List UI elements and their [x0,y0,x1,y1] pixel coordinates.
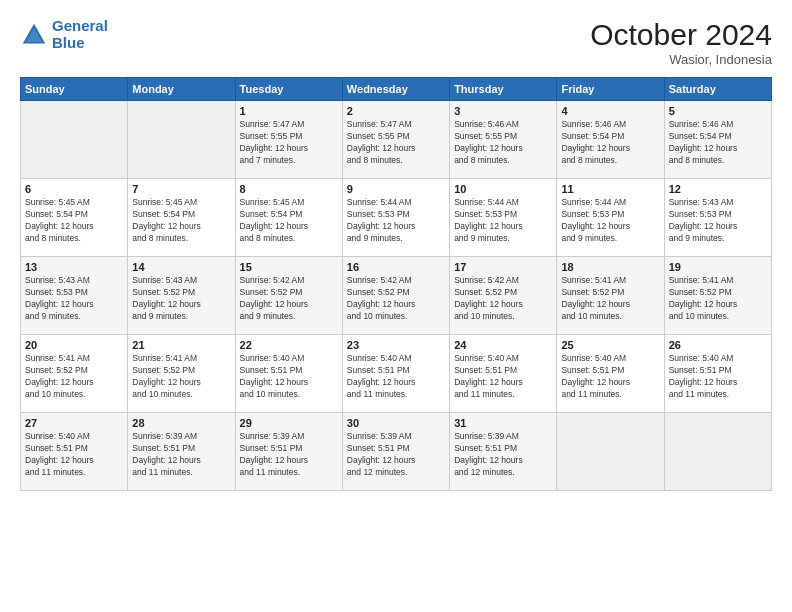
cell-info: Sunrise: 5:45 AM Sunset: 5:54 PM Dayligh… [25,197,123,245]
day-number: 23 [347,339,445,351]
calendar-cell: 3Sunrise: 5:46 AM Sunset: 5:55 PM Daylig… [450,101,557,179]
calendar-cell: 5Sunrise: 5:46 AM Sunset: 5:54 PM Daylig… [664,101,771,179]
calendar-cell [557,413,664,491]
cell-info: Sunrise: 5:43 AM Sunset: 5:53 PM Dayligh… [25,275,123,323]
calendar-cell: 27Sunrise: 5:40 AM Sunset: 5:51 PM Dayli… [21,413,128,491]
header: General Blue October 2024 Wasior, Indone… [20,18,772,67]
day-number: 25 [561,339,659,351]
calendar-cell: 31Sunrise: 5:39 AM Sunset: 5:51 PM Dayli… [450,413,557,491]
calendar-table: SundayMondayTuesdayWednesdayThursdayFrid… [20,77,772,491]
week-row-4: 20Sunrise: 5:41 AM Sunset: 5:52 PM Dayli… [21,335,772,413]
cell-info: Sunrise: 5:46 AM Sunset: 5:54 PM Dayligh… [669,119,767,167]
day-number: 30 [347,417,445,429]
cell-info: Sunrise: 5:42 AM Sunset: 5:52 PM Dayligh… [347,275,445,323]
day-number: 2 [347,105,445,117]
month-title: October 2024 [590,18,772,52]
calendar-cell: 21Sunrise: 5:41 AM Sunset: 5:52 PM Dayli… [128,335,235,413]
day-number: 11 [561,183,659,195]
calendar-cell: 25Sunrise: 5:40 AM Sunset: 5:51 PM Dayli… [557,335,664,413]
cell-info: Sunrise: 5:40 AM Sunset: 5:51 PM Dayligh… [669,353,767,401]
logo-icon [20,21,48,49]
calendar-cell: 13Sunrise: 5:43 AM Sunset: 5:53 PM Dayli… [21,257,128,335]
calendar-cell: 8Sunrise: 5:45 AM Sunset: 5:54 PM Daylig… [235,179,342,257]
calendar-cell: 20Sunrise: 5:41 AM Sunset: 5:52 PM Dayli… [21,335,128,413]
day-number: 13 [25,261,123,273]
header-row: SundayMondayTuesdayWednesdayThursdayFrid… [21,78,772,101]
calendar-cell: 19Sunrise: 5:41 AM Sunset: 5:52 PM Dayli… [664,257,771,335]
day-number: 10 [454,183,552,195]
page: General Blue October 2024 Wasior, Indone… [0,0,792,612]
location: Wasior, Indonesia [590,52,772,67]
day-header-wednesday: Wednesday [342,78,449,101]
cell-info: Sunrise: 5:47 AM Sunset: 5:55 PM Dayligh… [240,119,338,167]
cell-info: Sunrise: 5:46 AM Sunset: 5:54 PM Dayligh… [561,119,659,167]
calendar-cell: 9Sunrise: 5:44 AM Sunset: 5:53 PM Daylig… [342,179,449,257]
cell-info: Sunrise: 5:41 AM Sunset: 5:52 PM Dayligh… [132,353,230,401]
day-number: 27 [25,417,123,429]
logo-text: General Blue [52,18,108,51]
day-number: 18 [561,261,659,273]
title-block: October 2024 Wasior, Indonesia [590,18,772,67]
week-row-3: 13Sunrise: 5:43 AM Sunset: 5:53 PM Dayli… [21,257,772,335]
calendar-cell: 18Sunrise: 5:41 AM Sunset: 5:52 PM Dayli… [557,257,664,335]
day-header-monday: Monday [128,78,235,101]
cell-info: Sunrise: 5:45 AM Sunset: 5:54 PM Dayligh… [240,197,338,245]
calendar-cell: 17Sunrise: 5:42 AM Sunset: 5:52 PM Dayli… [450,257,557,335]
cell-info: Sunrise: 5:39 AM Sunset: 5:51 PM Dayligh… [347,431,445,479]
day-header-sunday: Sunday [21,78,128,101]
day-number: 8 [240,183,338,195]
calendar-cell: 11Sunrise: 5:44 AM Sunset: 5:53 PM Dayli… [557,179,664,257]
day-number: 24 [454,339,552,351]
calendar-cell: 2Sunrise: 5:47 AM Sunset: 5:55 PM Daylig… [342,101,449,179]
day-number: 9 [347,183,445,195]
cell-info: Sunrise: 5:39 AM Sunset: 5:51 PM Dayligh… [132,431,230,479]
day-number: 20 [25,339,123,351]
day-number: 26 [669,339,767,351]
day-number: 15 [240,261,338,273]
cell-info: Sunrise: 5:47 AM Sunset: 5:55 PM Dayligh… [347,119,445,167]
day-number: 12 [669,183,767,195]
cell-info: Sunrise: 5:40 AM Sunset: 5:51 PM Dayligh… [240,353,338,401]
cell-info: Sunrise: 5:44 AM Sunset: 5:53 PM Dayligh… [561,197,659,245]
cell-info: Sunrise: 5:40 AM Sunset: 5:51 PM Dayligh… [25,431,123,479]
cell-info: Sunrise: 5:46 AM Sunset: 5:55 PM Dayligh… [454,119,552,167]
day-header-tuesday: Tuesday [235,78,342,101]
day-header-saturday: Saturday [664,78,771,101]
calendar-cell: 29Sunrise: 5:39 AM Sunset: 5:51 PM Dayli… [235,413,342,491]
cell-info: Sunrise: 5:40 AM Sunset: 5:51 PM Dayligh… [347,353,445,401]
calendar-cell: 15Sunrise: 5:42 AM Sunset: 5:52 PM Dayli… [235,257,342,335]
day-number: 7 [132,183,230,195]
day-number: 14 [132,261,230,273]
cell-info: Sunrise: 5:39 AM Sunset: 5:51 PM Dayligh… [240,431,338,479]
calendar-cell: 4Sunrise: 5:46 AM Sunset: 5:54 PM Daylig… [557,101,664,179]
cell-info: Sunrise: 5:39 AM Sunset: 5:51 PM Dayligh… [454,431,552,479]
calendar-cell: 7Sunrise: 5:45 AM Sunset: 5:54 PM Daylig… [128,179,235,257]
cell-info: Sunrise: 5:45 AM Sunset: 5:54 PM Dayligh… [132,197,230,245]
day-number: 21 [132,339,230,351]
day-number: 3 [454,105,552,117]
calendar-cell [664,413,771,491]
day-number: 6 [25,183,123,195]
cell-info: Sunrise: 5:41 AM Sunset: 5:52 PM Dayligh… [25,353,123,401]
calendar-cell: 28Sunrise: 5:39 AM Sunset: 5:51 PM Dayli… [128,413,235,491]
cell-info: Sunrise: 5:44 AM Sunset: 5:53 PM Dayligh… [347,197,445,245]
logo: General Blue [20,18,108,51]
cell-info: Sunrise: 5:43 AM Sunset: 5:52 PM Dayligh… [132,275,230,323]
cell-info: Sunrise: 5:42 AM Sunset: 5:52 PM Dayligh… [454,275,552,323]
day-number: 29 [240,417,338,429]
week-row-1: 1Sunrise: 5:47 AM Sunset: 5:55 PM Daylig… [21,101,772,179]
cell-info: Sunrise: 5:40 AM Sunset: 5:51 PM Dayligh… [561,353,659,401]
logo-line1: General [52,17,108,34]
day-number: 31 [454,417,552,429]
calendar-cell [128,101,235,179]
day-header-friday: Friday [557,78,664,101]
day-number: 28 [132,417,230,429]
cell-info: Sunrise: 5:44 AM Sunset: 5:53 PM Dayligh… [454,197,552,245]
calendar-cell: 14Sunrise: 5:43 AM Sunset: 5:52 PM Dayli… [128,257,235,335]
calendar-cell: 26Sunrise: 5:40 AM Sunset: 5:51 PM Dayli… [664,335,771,413]
week-row-2: 6Sunrise: 5:45 AM Sunset: 5:54 PM Daylig… [21,179,772,257]
calendar-cell: 16Sunrise: 5:42 AM Sunset: 5:52 PM Dayli… [342,257,449,335]
week-row-5: 27Sunrise: 5:40 AM Sunset: 5:51 PM Dayli… [21,413,772,491]
cell-info: Sunrise: 5:42 AM Sunset: 5:52 PM Dayligh… [240,275,338,323]
calendar-cell [21,101,128,179]
